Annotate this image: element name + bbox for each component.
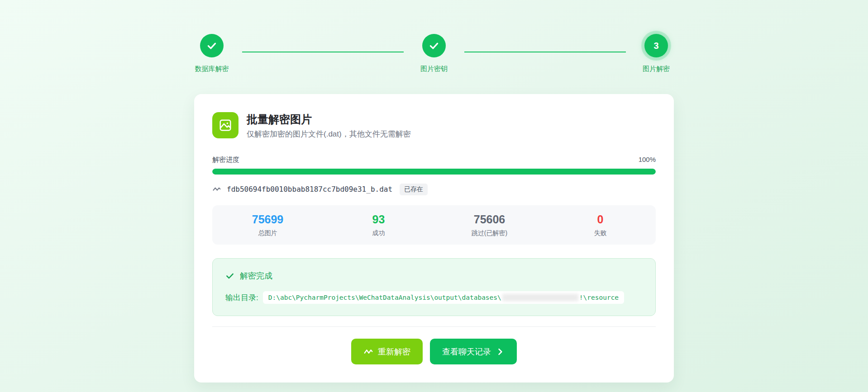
wave-icon (363, 347, 373, 357)
image-icon (212, 112, 238, 138)
output-path-suffix: !\resource (579, 294, 619, 301)
stat-value: 75606 (434, 213, 545, 227)
step-image-decrypt[interactable]: 3 图片解密 (639, 34, 674, 73)
file-status-badge: 已存在 (400, 184, 428, 195)
step-database-decrypt[interactable]: 数据库解密 (194, 34, 229, 73)
current-file-row: fdb50694fb0010bbab8187cc7bd09e31_b.dat 已… (212, 184, 656, 195)
stat-failed: 0 失败 (545, 213, 656, 237)
action-buttons: 重新解密 查看聊天记录 (212, 339, 656, 364)
stat-value: 75699 (212, 213, 323, 227)
step-done-circle (200, 34, 224, 57)
progress-label: 解密进度 (212, 156, 239, 164)
card-title: 批量解密图片 (247, 113, 411, 126)
step-connector (242, 52, 404, 52)
output-path-row: 输出目录: D:\abc\PycharmProjects\WeChatDataA… (225, 291, 643, 304)
step-connector (464, 52, 626, 52)
step-number-circle: 3 (644, 34, 668, 57)
check-icon (206, 40, 218, 52)
stat-label: 成功 (323, 229, 434, 237)
card-subtitle: 仅解密加密的图片文件(.dat)，其他文件无需解密 (247, 129, 411, 139)
output-path-prefix: D:\abc\PycharmProjects\WeChatDataAnalysi… (268, 294, 501, 301)
step-label: 图片密钥 (420, 65, 448, 73)
step-done-circle (422, 34, 446, 57)
result-status-text: 解密完成 (240, 270, 272, 281)
view-chat-label: 查看聊天记录 (442, 346, 491, 357)
step-label: 图片解密 (643, 65, 670, 73)
progress-bar-fill (212, 169, 656, 175)
wave-icon (212, 185, 221, 194)
step-label: 数据库解密 (195, 65, 229, 73)
progress-bar (212, 169, 656, 175)
stat-value: 93 (323, 213, 434, 227)
stat-label: 跳过(已解密) (434, 229, 545, 237)
check-icon (428, 40, 440, 52)
stat-skipped: 75606 跳过(已解密) (434, 213, 545, 237)
redo-decrypt-label: 重新解密 (378, 346, 410, 357)
stat-label: 失败 (545, 229, 656, 237)
progress-percent: 100% (639, 156, 656, 164)
stats-panel: 75699 总图片 93 成功 75606 跳过(已解密) 0 失败 (212, 205, 656, 245)
redo-decrypt-button[interactable]: 重新解密 (351, 339, 423, 364)
result-status: 解密完成 (225, 270, 643, 281)
output-path-value: D:\abc\PycharmProjects\WeChatDataAnalysi… (263, 291, 624, 304)
current-file-name: fdb50694fb0010bbab8187cc7bd09e31_b.dat (227, 185, 392, 194)
progress-header: 解密进度 100% (212, 156, 656, 164)
chevron-right-icon (496, 347, 505, 356)
stat-label: 总图片 (212, 229, 323, 237)
divider (212, 326, 656, 327)
decrypt-card: 批量解密图片 仅解密加密的图片文件(.dat)，其他文件无需解密 解密进度 10… (194, 94, 674, 383)
stat-success: 93 成功 (323, 213, 434, 237)
card-header: 批量解密图片 仅解密加密的图片文件(.dat)，其他文件无需解密 (212, 112, 656, 139)
stepper: 数据库解密 图片密钥 3 图片解密 (194, 34, 674, 73)
card-header-text: 批量解密图片 仅解密加密的图片文件(.dat)，其他文件无需解密 (247, 112, 411, 139)
redacted-path-segment (502, 294, 578, 301)
page: 数据库解密 图片密钥 3 图片解密 (194, 0, 674, 383)
check-icon (225, 271, 234, 280)
result-panel: 解密完成 输出目录: D:\abc\PycharmProjects\WeChat… (212, 258, 656, 316)
step-image-key[interactable]: 图片密钥 (416, 34, 452, 73)
stat-value: 0 (545, 213, 656, 227)
view-chat-button[interactable]: 查看聊天记录 (430, 339, 517, 364)
output-path-label: 输出目录: (225, 293, 258, 303)
stat-total-images: 75699 总图片 (212, 213, 323, 237)
